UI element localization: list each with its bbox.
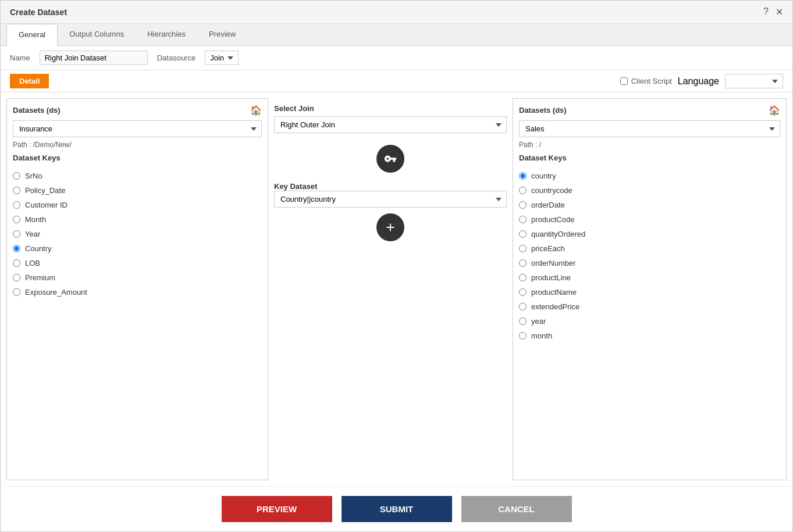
join-type-select[interactable]: Inner Join Left Outer Join Right Outer J… [274,116,507,133]
detail-button[interactable]: Detail [10,74,49,88]
client-script-checkbox[interactable] [620,77,628,85]
key-label-productcode: productCode [531,215,574,224]
language-select[interactable] [725,74,783,88]
list-item[interactable]: orderDate [519,201,780,209]
radio-productname[interactable] [519,288,527,296]
radio-country[interactable] [13,245,20,252]
list-item[interactable]: productCode [519,215,780,224]
datasource-label: Datasource [157,53,195,62]
list-item[interactable]: Exposure_Amount [13,288,262,297]
list-item[interactable]: Customer ID [13,201,262,209]
left-panel: Datasets (ds) 🏠 Insurance Path : /Demo/N… [6,98,268,480]
preview-button[interactable]: PREVIEW [222,496,332,522]
list-item[interactable]: extendedPrice [519,302,780,311]
tabs-bar: General Output Columns Hierarchies Previ… [1,24,792,46]
radio-year[interactable] [13,230,20,238]
key-label-exposure: Exposure_Amount [25,288,87,297]
help-icon[interactable]: ? [763,6,769,17]
list-item[interactable]: quantityOrdered [519,230,780,238]
right-path: Path : / [519,141,780,149]
radio-customer-id[interactable] [13,201,20,209]
radio-lob[interactable] [13,259,20,267]
list-item[interactable]: productName [519,288,780,297]
cancel-button[interactable]: CANCEL [461,496,572,522]
list-item[interactable]: country [519,172,780,180]
list-item[interactable]: year [519,317,780,326]
key-label-quantity: quantityOrdered [531,230,585,238]
right-home-icon[interactable]: 🏠 [769,105,780,116]
key-label-premium: Premium [25,273,55,282]
add-icon-button[interactable] [376,213,404,241]
key-label-orderdate: orderDate [531,201,565,209]
radio-orderdate[interactable] [519,201,527,209]
left-home-icon[interactable]: 🏠 [250,105,262,116]
radio-premium[interactable] [13,274,20,281]
right-panel-title: Datasets (ds) [519,106,567,115]
client-script-label: Client Script [631,77,672,85]
list-item[interactable]: Country [13,244,262,253]
list-item[interactable]: countrycode [519,186,780,195]
name-input[interactable] [40,51,148,65]
tab-output-columns[interactable]: Output Columns [58,24,136,45]
radio-month-r[interactable] [519,332,527,340]
right-keys-list: country countrycode orderDate productCod… [519,167,780,345]
select-join-label: Select Join [274,104,314,113]
key-label-ordernumber: orderNumber [531,259,576,267]
left-panel-header: Datasets (ds) 🏠 [13,105,262,116]
list-item[interactable]: Premium [13,273,262,282]
close-icon[interactable]: ✕ [776,6,783,17]
center-full: Select Join Inner Join Left Outer Join R… [274,104,507,241]
list-item[interactable]: Policy_Date [13,186,262,195]
list-item[interactable]: SrNo [13,172,262,180]
list-item[interactable]: orderNumber [519,259,780,267]
key-label-country-r: country [531,172,556,180]
tab-hierarchies[interactable]: Hierarchies [136,24,197,45]
list-item[interactable]: productLine [519,273,780,282]
tab-preview[interactable]: Preview [197,24,247,45]
radio-ordernumber[interactable] [519,259,527,267]
radio-month[interactable] [13,216,20,223]
key-icon [384,152,397,165]
radio-year-r[interactable] [519,317,527,325]
radio-priceeach[interactable] [519,245,527,252]
key-label-month-r: month [531,331,552,340]
key-label-extendedprice: extendedPrice [531,302,579,311]
list-item[interactable]: Year [13,230,262,238]
radio-extendedprice[interactable] [519,303,527,310]
right-panel: Datasets (ds) 🏠 Sales Path : / Dataset K… [513,98,787,480]
list-item[interactable]: LOB [13,259,262,267]
main-content: Datasets (ds) 🏠 Insurance Path : /Demo/N… [1,92,792,486]
submit-button[interactable]: SUBMIT [342,496,452,522]
radio-policy-date[interactable] [13,187,20,194]
key-label-country: Country [25,244,52,253]
key-label-srno: SrNo [25,172,42,180]
left-panel-title: Datasets (ds) [13,106,61,115]
left-path: Path : /Demo/New/ [13,141,262,149]
key-label-month: Month [25,215,46,224]
key-icon-button[interactable] [376,145,404,173]
list-item[interactable]: priceEach [519,244,780,253]
key-label-productname: productName [531,288,577,297]
radio-productcode[interactable] [519,216,527,223]
right-dataset-select[interactable]: Sales [519,120,780,137]
radio-countrycode[interactable] [519,187,527,194]
left-dataset-wrapper: Insurance [13,120,262,137]
language-label: Language [678,76,719,87]
left-dataset-select[interactable]: Insurance [13,120,262,137]
client-script-section: Client Script [620,77,672,85]
key-dataset-label: Key Dataset [274,182,317,191]
radio-exposure[interactable] [13,288,20,296]
list-item[interactable]: Month [13,215,262,224]
key-dataset-select[interactable]: Country||country [274,191,507,208]
title-bar-actions: ? ✕ [763,6,783,17]
list-item[interactable]: month [519,331,780,340]
radio-productline[interactable] [519,274,527,281]
radio-srno[interactable] [13,172,20,180]
title-bar: Create Dataset ? ✕ [1,1,792,24]
footer: PREVIEW SUBMIT CANCEL [1,486,792,531]
key-label-countrycode: countrycode [531,186,572,195]
datasource-select[interactable]: Join [205,51,239,65]
tab-general[interactable]: General [6,24,58,46]
radio-quantity[interactable] [519,230,527,238]
radio-country-r[interactable] [519,172,527,180]
